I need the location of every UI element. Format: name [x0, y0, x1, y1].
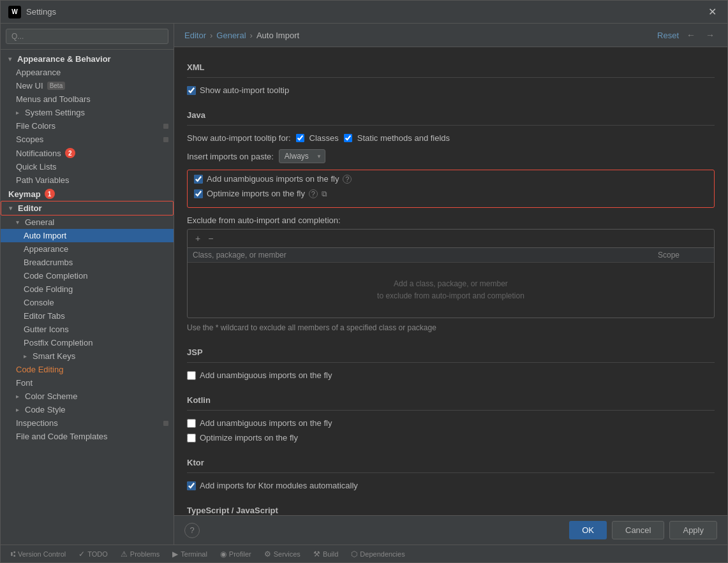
java-tooltip-label: Show auto-import tooltip for: [187, 133, 291, 143]
xml-show-tooltip-label: Show auto-import tooltip [200, 85, 289, 95]
chevron-down-icon: ▾ [8, 55, 17, 62]
java-insert-imports-row: Insert imports on paste: Always Ask Neve… [187, 149, 715, 163]
nav-forward-button[interactable]: → [703, 29, 717, 41]
nav-back-button[interactable]: ← [684, 29, 698, 41]
version-control-icon: ⑆ [11, 550, 15, 559]
java-add-unambiguous-checkbox[interactable] [194, 175, 203, 184]
sidebar-item-inspections[interactable]: Inspections [1, 416, 174, 430]
add-exclude-button[interactable]: + [193, 232, 203, 245]
sidebar-item-appearance-behavior[interactable]: ▾ Appearance & Behavior [1, 52, 174, 66]
taskbar-version-control[interactable]: ⑆ Version Control [6, 548, 71, 560]
search-box [1, 24, 174, 50]
scroll-icon [163, 124, 168, 129]
sidebar-item-file-colors[interactable]: File Colors [1, 119, 174, 133]
sidebar-item-editor[interactable]: ▾ Editor [1, 201, 174, 216]
reset-link[interactable]: Reset [657, 31, 679, 40]
insert-imports-wrapper: Always Ask Never [279, 149, 325, 163]
ktor-section-title: Ktor [187, 453, 715, 473]
java-optimize-checkbox[interactable] [194, 189, 203, 198]
sidebar-item-console[interactable]: Console [1, 296, 174, 309]
sidebar-item-scopes[interactable]: Scopes [1, 133, 174, 146]
sidebar-item-system-settings[interactable]: ▸ System Settings [1, 106, 174, 119]
sidebar-tree: ▾ Appearance & Behavior Appearance New U… [1, 50, 174, 545]
sidebar-item-breadcrumbs[interactable]: Breadcrumbs [1, 256, 174, 269]
apply-button[interactable]: Apply [669, 521, 717, 539]
main-content: Editor › General › Auto Import Reset ← →… [174, 24, 727, 545]
java-insert-label: Insert imports on paste: [187, 152, 274, 161]
kotlin-optimize-checkbox[interactable] [187, 434, 196, 442]
java-classes-checkbox[interactable] [296, 134, 304, 142]
java-tooltip-row: Show auto-import tooltip for: Classes St… [187, 133, 715, 143]
kotlin-optimize-row: Optimize imports on the fly [187, 433, 715, 442]
kotlin-section-title: Kotlin [187, 390, 715, 411]
xml-show-tooltip-checkbox[interactable] [187, 86, 196, 95]
help-icon-2[interactable]: ? [309, 189, 318, 198]
sidebar-item-quick-lists[interactable]: Quick Lists [1, 160, 174, 173]
taskbar-profiler[interactable]: ◉ Profiler [215, 548, 256, 560]
breadcrumb-editor: Editor [184, 31, 206, 40]
scroll-icon [163, 421, 168, 426]
breadcrumb-general: General [216, 31, 246, 40]
bottom-bar: ? OK Cancel Apply [174, 515, 727, 545]
profiler-icon: ◉ [220, 550, 227, 559]
taskbar-problems[interactable]: ⚠ Problems [115, 548, 165, 560]
help-icon[interactable]: ? [343, 175, 352, 184]
sidebar-item-code-style[interactable]: ▸ Code Style [1, 403, 174, 416]
java-static-checkbox[interactable] [344, 134, 352, 142]
taskbar-build[interactable]: ⚒ Build [308, 548, 343, 560]
chevron-right-icon: ▸ [16, 109, 25, 116]
sidebar-item-postfix-completion[interactable]: Postfix Completion [1, 336, 174, 349]
sidebar-item-menus-toolbars[interactable]: Menus and Toolbars [1, 92, 174, 106]
close-button[interactable]: ✕ [704, 4, 720, 20]
sidebar-item-new-ui[interactable]: New UI Beta [1, 79, 174, 92]
problems-icon: ⚠ [121, 550, 128, 559]
ktor-add-imports-row: Add imports for Ktor modules automatical… [187, 481, 715, 490]
exclude-empty: Add a class, package, or member to exclu… [188, 263, 714, 318]
breadcrumb-current: Auto Import [256, 31, 299, 40]
sidebar-item-gutter-icons[interactable]: Gutter Icons [1, 323, 174, 336]
sidebar-item-font[interactable]: Font [1, 376, 174, 390]
sidebar-item-code-editing[interactable]: Code Editing [1, 363, 174, 376]
copy-icon[interactable]: ⧉ [322, 189, 327, 198]
sidebar-item-path-variables[interactable]: Path Variables [1, 173, 174, 187]
chevron-down-icon: ▾ [16, 219, 25, 226]
typescript-section-title: TypeScript / JavaScript [187, 501, 715, 515]
action-buttons: OK Cancel Apply [569, 521, 717, 539]
sidebar-item-general[interactable]: ▾ General [1, 216, 174, 229]
ok-button[interactable]: OK [569, 521, 607, 539]
ktor-add-imports-label: Add imports for Ktor modules automatical… [200, 481, 358, 490]
sidebar-item-notifications[interactable]: Notifications 2 [1, 146, 174, 160]
sidebar-item-keymap[interactable]: Keymap 1 [1, 187, 174, 201]
kotlin-add-unambiguous-label: Add unambiguous imports on the fly [200, 418, 332, 428]
sidebar-item-color-scheme[interactable]: ▸ Color Scheme [1, 390, 174, 403]
app-logo: W [8, 6, 21, 18]
sidebar-item-code-folding[interactable]: Code Folding [1, 282, 174, 296]
sidebar-item-auto-import[interactable]: Auto Import [1, 229, 174, 242]
sidebar-item-code-completion[interactable]: Code Completion [1, 269, 174, 282]
taskbar-dependencies[interactable]: ⬡ Dependencies [346, 548, 410, 560]
insert-imports-select[interactable]: Always Ask Never [279, 149, 325, 163]
jsp-add-unambiguous-checkbox[interactable] [187, 371, 196, 380]
remove-exclude-button[interactable]: − [205, 232, 216, 245]
kotlin-add-unambiguous-checkbox[interactable] [187, 419, 196, 428]
ktor-add-imports-checkbox[interactable] [187, 481, 196, 490]
cancel-button[interactable]: Cancel [612, 521, 664, 539]
help-button[interactable]: ? [184, 523, 200, 538]
sidebar-item-appearance[interactable]: Appearance [1, 66, 174, 79]
search-input[interactable] [6, 29, 168, 44]
taskbar-todo[interactable]: ✓ TODO [73, 548, 113, 560]
sidebar-item-file-code-templates[interactable]: File and Code Templates [1, 430, 174, 443]
todo-icon: ✓ [78, 550, 85, 559]
java-optimize-label: Optimize imports on the fly [207, 189, 305, 198]
chevron-down-icon: ▾ [9, 205, 18, 212]
taskbar-terminal[interactable]: ▶ Terminal [167, 548, 212, 560]
build-icon: ⚒ [313, 550, 320, 559]
sidebar-item-editor-tabs[interactable]: Editor Tabs [1, 309, 174, 323]
title-bar: W Settings ✕ [1, 1, 727, 24]
sidebar-item-appearance-editor[interactable]: Appearance [1, 242, 174, 256]
keymap-badge: 1 [45, 189, 55, 199]
services-icon: ⚙ [264, 550, 271, 559]
taskbar-services[interactable]: ⚙ Services [259, 548, 306, 560]
java-optimize-row: Optimize imports on the fly ? ⧉ [194, 189, 708, 198]
sidebar-item-smart-keys[interactable]: ▸ Smart Keys [1, 349, 174, 363]
